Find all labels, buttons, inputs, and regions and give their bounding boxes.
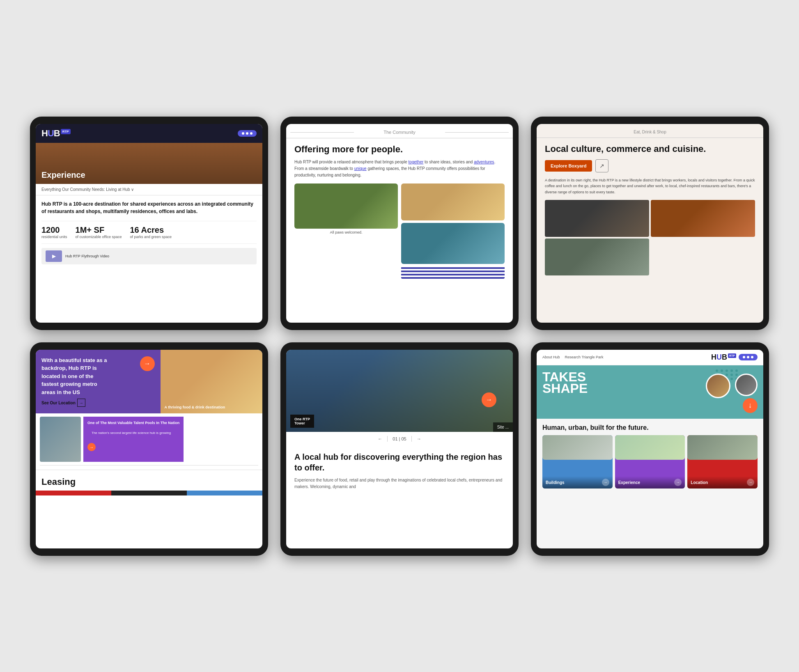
t2-body-text: Hub RTP will provide a relaxed atmospher… bbox=[294, 159, 505, 179]
logo-rtp: RTP bbox=[61, 129, 71, 134]
t3-btn-row: Explore Boxyard ↗ bbox=[537, 159, 763, 177]
t1-nav-text: Everything Our Community Needs: Living a… bbox=[41, 187, 134, 192]
t6-card-buildings[interactable]: Buildings → bbox=[542, 435, 613, 489]
t6-down-btn[interactable]: ↓ bbox=[743, 398, 758, 413]
play-icon: ▶ bbox=[52, 253, 56, 259]
t4-talent-arrow[interactable]: → bbox=[87, 443, 96, 451]
stat-2: 1M+ SF of customizable office space bbox=[76, 225, 122, 240]
see-our-location-link[interactable]: See Our Location → bbox=[41, 396, 155, 407]
t2-link-together[interactable]: together bbox=[409, 160, 424, 164]
t6-buildings-arrow[interactable]: → bbox=[602, 479, 609, 486]
t6-location-arrow[interactable]: → bbox=[747, 479, 754, 486]
t4-bar-red bbox=[36, 491, 111, 495]
t5-nav-divider-2 bbox=[411, 436, 412, 442]
t6-top-nav: About Hub Research Triangle Park HUB RTP bbox=[537, 350, 763, 365]
t1-video-label: Hub RTP Flythrough Video bbox=[65, 254, 109, 258]
explore-boxyard-button[interactable]: Explore Boxyard bbox=[545, 160, 592, 172]
stat-3-label: of parks and green space bbox=[130, 235, 172, 240]
tablet-4: With a beautiful state as a backdrop, Hu… bbox=[30, 342, 268, 556]
t1-description: Hub RTP is a 100-acre destination for sh… bbox=[41, 200, 257, 215]
t6-dot-3 bbox=[751, 356, 753, 358]
t6-card-experience-label: Experience → bbox=[615, 476, 685, 489]
t2-link-adventures[interactable]: adventures bbox=[474, 160, 494, 164]
t3-img-crowd bbox=[545, 239, 649, 275]
stat-3-number: 16 Acres bbox=[130, 225, 172, 235]
t6-experience-img bbox=[615, 435, 685, 460]
t2-img-laptop bbox=[401, 223, 505, 264]
t5-nav-prev[interactable]: ← bbox=[378, 436, 382, 441]
t2-img-nature bbox=[294, 183, 398, 229]
tablet-1: HUB RTP Experience Everything Our Commun… bbox=[30, 117, 268, 330]
stat-3: 16 Acres of parks and green space bbox=[130, 225, 172, 240]
t6-dot-2 bbox=[747, 356, 749, 358]
t6-nav-rtp[interactable]: Research Triangle Park bbox=[565, 355, 604, 359]
t1-nav[interactable]: Everything Our Community Needs: Living a… bbox=[36, 184, 262, 195]
t5-nav-row: ← 01 | 05 → bbox=[286, 432, 513, 446]
t4-food-image: A thriving food & drink destination bbox=[161, 350, 262, 414]
t3-images bbox=[537, 200, 763, 275]
tablet-grid: HUB RTP Experience Everything Our Commun… bbox=[30, 117, 769, 556]
hub-logo-text: HUB bbox=[41, 128, 60, 139]
t2-img-person bbox=[401, 183, 505, 220]
tablet-1-screen: HUB RTP Experience Everything Our Commun… bbox=[36, 124, 262, 323]
t4-hero-arrow-btn[interactable]: → bbox=[140, 356, 155, 371]
t2-stripes-decoration bbox=[401, 266, 505, 279]
t2-section-label: The Community bbox=[286, 124, 513, 138]
t2-left-col: All paws welcomed. bbox=[294, 183, 398, 279]
t5-arrow-btn[interactable]: → bbox=[482, 392, 496, 407]
t6-hero-title: TAKES SHAPE bbox=[542, 371, 758, 395]
t3-body-text: A destination in its own right, the Hub … bbox=[537, 177, 763, 200]
t6-hero-line2: SHAPE bbox=[542, 383, 758, 394]
t6-location-text: Location bbox=[691, 480, 708, 485]
stat-1: 1200 residential units bbox=[41, 225, 67, 240]
t4-worker-image bbox=[40, 417, 81, 462]
t6-menu-dots[interactable] bbox=[739, 354, 758, 360]
t2-section-text: The Community bbox=[383, 130, 416, 135]
t6-experience-text: Experience bbox=[618, 480, 640, 485]
t5-nav-next[interactable]: → bbox=[417, 436, 421, 441]
t3-arrow-icon[interactable]: ↗ bbox=[595, 159, 608, 172]
t4-food-label: A thriving food & drink destination bbox=[165, 405, 225, 409]
t6-card-buildings-label: Buildings → bbox=[542, 476, 613, 489]
t6-nav-right: HUB RTP bbox=[711, 353, 758, 362]
t6-nav-links: About Hub Research Triangle Park bbox=[542, 355, 604, 359]
t1-menu-dots[interactable] bbox=[238, 130, 257, 137]
t1-header: HUB RTP bbox=[36, 124, 262, 143]
t6-card-experience[interactable]: Experience → bbox=[615, 435, 685, 489]
t5-nav-counter: 01 | 05 bbox=[393, 436, 406, 441]
t6-hero: TAKES SHAPE ↓ bbox=[537, 365, 763, 419]
t6-location-img bbox=[687, 435, 758, 460]
t4-leasing-title: Leasing bbox=[36, 470, 262, 491]
tablet-6-screen: About Hub Research Triangle Park HUB RTP bbox=[537, 350, 763, 548]
t4-hero: With a beautiful state as a backdrop, Hu… bbox=[36, 350, 161, 414]
logo-h: H bbox=[41, 128, 48, 138]
t3-title: Local culture, commerce and cuisine. bbox=[537, 138, 763, 159]
t6-nav-about[interactable]: About Hub bbox=[542, 355, 560, 359]
dot-3 bbox=[250, 132, 253, 135]
t4-bar-dark bbox=[111, 491, 187, 495]
tablet-3-screen: Eat, Drink & Shop Local culture, commerc… bbox=[537, 124, 763, 323]
t6-buildings-img bbox=[542, 435, 613, 460]
t5-body-text: Experience the future of food, retail an… bbox=[294, 477, 505, 490]
t6-logo-u: U bbox=[716, 353, 722, 361]
dot-2 bbox=[246, 132, 248, 135]
t1-video-bar[interactable]: ▶ Hub RTP Flythrough Video bbox=[41, 248, 257, 264]
t4-hero-section: With a beautiful state as a backdrop, Hu… bbox=[36, 350, 262, 414]
t3-img-coffee bbox=[545, 200, 649, 237]
t6-card-location-label: Location → bbox=[687, 476, 758, 489]
stat-2-number: 1M+ SF bbox=[76, 225, 122, 235]
t4-talent-text: The nation's second largest life science… bbox=[92, 431, 171, 435]
t2-link-unique[interactable]: unique bbox=[354, 166, 367, 171]
t5-building-label: One RTPTower bbox=[290, 415, 314, 428]
t6-experience-arrow[interactable]: → bbox=[674, 479, 682, 486]
t4-talent-card: One of The Most Valuable Talent Pools In… bbox=[83, 417, 184, 462]
stat-1-number: 1200 bbox=[41, 225, 67, 235]
t6-logo-b: B bbox=[722, 353, 727, 361]
t1-hero-title: Experience bbox=[41, 170, 85, 180]
t4-bar-blue bbox=[187, 491, 262, 495]
t2-images: All paws welcomed. bbox=[294, 183, 505, 279]
t4-color-bar bbox=[36, 491, 262, 495]
tablet-5-screen: One RTPTower Site ... → ← 01 | 05 → A lo… bbox=[286, 350, 513, 548]
t5-nav-divider bbox=[387, 436, 388, 442]
t6-card-location[interactable]: Location → bbox=[687, 435, 758, 489]
